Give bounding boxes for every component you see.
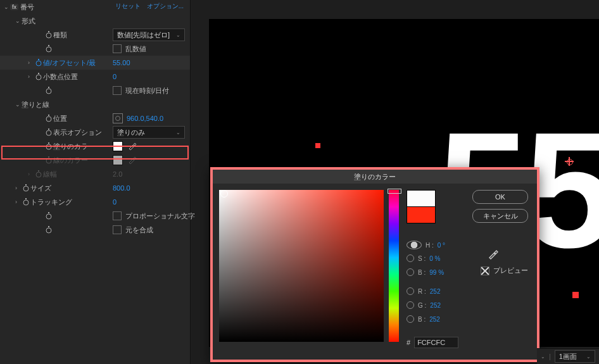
chevron-down-icon[interactable]: ⌄	[15, 101, 22, 108]
chevron-down-icon[interactable]: ⌄	[4, 4, 10, 10]
chevron-down-icon[interactable]: ⌄	[541, 354, 545, 360]
r-label: R :	[418, 288, 426, 295]
bri-radio[interactable]	[407, 268, 414, 276]
preview-checkbox[interactable]	[481, 267, 489, 275]
stopwatch-icon[interactable]	[44, 114, 53, 123]
effect-marker[interactable]	[315, 143, 320, 148]
svg-point-16	[46, 158, 51, 163]
ok-button[interactable]: OK	[472, 190, 528, 204]
s-value[interactable]: 0 %	[429, 255, 440, 262]
proportional-row: プロポーショナル文字	[0, 209, 190, 223]
position-label: 位置	[53, 114, 67, 123]
effect-header[interactable]: ⌄ fx 番号 リセット オプション...	[0, 0, 190, 14]
r-value[interactable]: 252	[430, 288, 441, 295]
cancel-button[interactable]: キャンセル	[472, 209, 528, 223]
h-value[interactable]: 0 °	[438, 242, 445, 249]
hue-radio[interactable]	[407, 241, 422, 249]
random-checkbox[interactable]	[113, 44, 122, 53]
screen-dropdown-separator: |	[549, 353, 551, 360]
fillcolor-label: 塗りのカラー	[53, 142, 95, 151]
b-value[interactable]: 99 %	[429, 269, 444, 276]
fillstroke-section[interactable]: ⌄ 塗りと線	[0, 97, 190, 111]
stopwatch-icon[interactable]	[22, 198, 30, 206]
chevron-down-icon[interactable]: ⌄	[15, 18, 22, 24]
stopwatch-icon[interactable]	[44, 128, 53, 137]
color-field[interactable]	[219, 190, 384, 342]
stopwatch-icon[interactable]	[44, 86, 53, 95]
color-cursor[interactable]	[220, 190, 228, 198]
position-field[interactable]: 960.0,540.0	[127, 115, 163, 122]
fx-badge[interactable]: fx	[10, 4, 18, 10]
display-dropdown[interactable]: 塗りのみ⌄	[113, 126, 185, 139]
stopwatch-icon[interactable]	[44, 142, 53, 151]
svg-rect-19	[38, 170, 39, 172]
strokecolor-swatch	[113, 155, 123, 165]
hex-row: #	[407, 337, 458, 348]
g-label: G :	[418, 302, 426, 309]
strokecolor-row: 線のカラー	[0, 153, 190, 167]
chevron-right-icon: ›	[28, 171, 34, 177]
effect-name[interactable]: 番号	[20, 3, 34, 12]
chevron-right-icon[interactable]: ›	[15, 185, 22, 191]
format-section[interactable]: ⌄ 形式	[0, 14, 190, 28]
hex-input[interactable]	[414, 337, 458, 348]
hue-cursor[interactable]	[388, 189, 401, 194]
strokewidth-row: › 線幅 2.0	[0, 167, 190, 181]
svg-point-24	[46, 214, 51, 219]
size-row[interactable]: › サイズ 800.0	[0, 181, 190, 195]
composite-row: 元を合成	[0, 223, 190, 237]
bl-label: B :	[418, 316, 426, 323]
composite-checkbox[interactable]	[113, 225, 122, 234]
position-target-icon[interactable]	[113, 113, 123, 123]
svg-point-22	[23, 200, 28, 205]
eyedropper-icon[interactable]	[127, 142, 138, 151]
fillstroke-label: 塗りと線	[22, 100, 49, 110]
red-radio[interactable]	[407, 287, 414, 295]
stopwatch-icon[interactable]	[22, 184, 30, 192]
stopwatch-icon[interactable]	[34, 72, 43, 81]
tracking-field[interactable]: 0	[113, 198, 117, 206]
anchor-point-icon[interactable]	[565, 157, 574, 166]
chevron-right-icon[interactable]: ›	[28, 73, 34, 80]
stopwatch-icon[interactable]	[34, 58, 43, 67]
clock-checkbox[interactable]	[113, 86, 122, 95]
stopwatch-icon[interactable]	[44, 211, 53, 220]
decimal-field[interactable]: 0	[113, 73, 117, 80]
value-field[interactable]: 55.00	[113, 59, 130, 66]
hue-slider[interactable]	[389, 190, 399, 342]
stopwatch-icon[interactable]	[44, 30, 53, 39]
svg-point-0	[46, 33, 51, 38]
type-row: 種類 数値[先頭はゼロ]⌄	[0, 28, 190, 42]
stopwatch-icon[interactable]	[44, 44, 53, 53]
bl-value[interactable]: 252	[429, 316, 440, 323]
clock-row: 現在時刻/日付	[0, 84, 190, 97]
display-label: 表示オプション	[53, 128, 102, 137]
reset-link[interactable]: リセット	[115, 2, 141, 11]
svg-rect-1	[48, 31, 49, 32]
green-radio[interactable]	[407, 301, 414, 309]
position-row: 位置 960.0,540.0	[0, 111, 190, 125]
effect-marker[interactable]	[572, 292, 579, 298]
chevron-right-icon[interactable]: ›	[15, 199, 22, 205]
svg-rect-27	[48, 226, 49, 227]
size-field[interactable]: 800.0	[113, 184, 130, 192]
type-label: 種類	[53, 30, 67, 40]
old-color-swatch[interactable]	[407, 207, 436, 223]
dialog-title: 塗りのカラー	[213, 170, 537, 184]
svg-point-18	[36, 172, 41, 177]
proportional-label: プロポーショナル文字	[125, 211, 195, 221]
layout-dropdown[interactable]: 1画面⌄	[555, 350, 595, 363]
fillcolor-swatch[interactable]	[113, 141, 123, 151]
new-color-swatch[interactable]	[407, 190, 436, 207]
svg-rect-3	[48, 45, 49, 46]
blue-radio[interactable]	[407, 315, 414, 323]
g-value[interactable]: 252	[430, 302, 441, 309]
eyedropper-icon[interactable]	[488, 248, 499, 261]
sat-radio[interactable]	[407, 254, 414, 262]
type-dropdown[interactable]: 数値[先頭はゼロ]⌄	[113, 28, 185, 41]
stopwatch-icon[interactable]	[44, 225, 53, 234]
options-link[interactable]: オプション...	[147, 2, 184, 11]
chevron-right-icon[interactable]: ›	[28, 60, 34, 66]
proportional-checkbox[interactable]	[113, 211, 122, 220]
tracking-row[interactable]: › トラッキング 0	[0, 195, 190, 209]
